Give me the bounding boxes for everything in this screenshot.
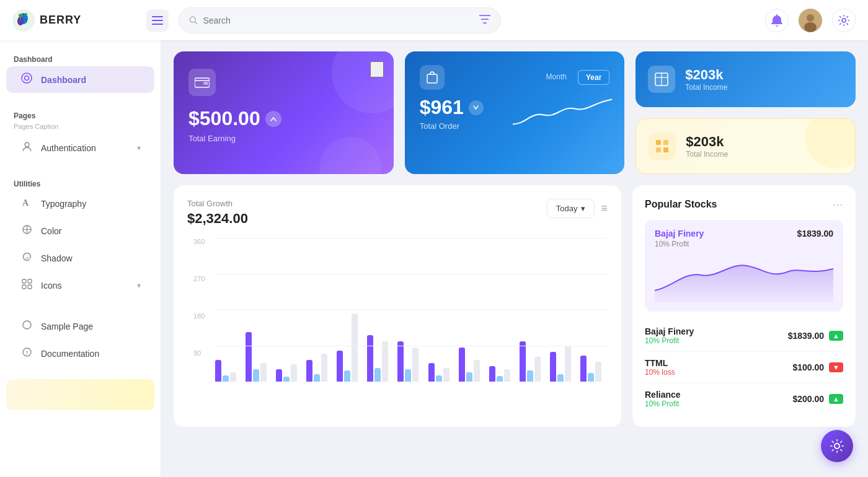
main-content: ⋯ $500.00 Total Earning <box>161 40 868 477</box>
bar-blue <box>344 370 350 382</box>
stock-name-ttml: TTML <box>645 358 793 368</box>
stock-profit-bajaj: 10% Profit <box>645 336 788 345</box>
stock-info-reliance: Reliance 10% Profit <box>645 390 793 408</box>
bar-blue <box>588 373 594 382</box>
stock-price-ttml: $100.00 <box>793 362 825 372</box>
bar-purple <box>489 366 495 382</box>
income-yellow-text: $203k Total Income <box>686 134 728 159</box>
income-yellow-amount: $203k <box>686 134 728 150</box>
income-blue-label: Total Income <box>685 83 727 92</box>
bar-group-10 <box>489 366 516 382</box>
income-yellow-label: Total Income <box>686 150 728 159</box>
icons-chevron: ▾ <box>137 281 141 290</box>
stock-info-bajaj: Bajaj Finery 10% Profit <box>645 326 788 345</box>
bar-blue <box>374 368 381 382</box>
chart-title-group: Total Growth $2,324.00 <box>187 199 248 227</box>
featured-stock-chart <box>655 253 833 303</box>
card-order-header: Month Year <box>420 65 610 90</box>
bar-group-7 <box>397 341 425 382</box>
svg-point-44 <box>835 444 839 449</box>
bar-purple <box>459 348 465 382</box>
y-label-180: 180 <box>193 312 209 320</box>
svg-point-30 <box>23 321 31 329</box>
stocks-menu-button[interactable]: ⋯ <box>832 198 843 211</box>
dashboard-section-label: Dashboard <box>0 51 161 65</box>
card-total-order: Month Year $961 Total Order <box>405 51 625 174</box>
sidebar-item-sample-label: Sample Page <box>41 322 93 331</box>
search-filter-button[interactable] <box>479 15 490 26</box>
stock-badge-ttml: ▼ <box>829 362 843 372</box>
bar-light <box>595 362 601 382</box>
hamburger-icon <box>152 16 163 25</box>
header-settings-button[interactable] <box>832 9 856 32</box>
bar-purple <box>215 360 221 382</box>
search-input[interactable] <box>203 15 474 25</box>
chart-header: Total Growth $2,324.00 Today ▾ ≡ <box>187 199 608 227</box>
cards-right-column: $203k Total Income $203k <box>636 51 856 174</box>
stock-name-reliance: Reliance <box>645 390 793 400</box>
stocks-title: Popular Stocks <box>645 199 717 210</box>
search-bar <box>179 7 501 33</box>
fab-button[interactable] <box>821 430 853 462</box>
bell-icon <box>771 14 782 27</box>
earning-trend-badge <box>265 111 281 127</box>
featured-stock: Bajaj Finery 10% Profit $1839.00 <box>645 220 843 312</box>
y-label-360: 360 <box>193 238 209 245</box>
bar-blue <box>223 375 229 382</box>
sidebar: Dashboard Dashboard Pages Pages Caption … <box>0 40 161 477</box>
stock-item-reliance: Reliance 10% Profit $200.00 ▲ <box>645 383 843 414</box>
chart-controls: Today ▾ ≡ <box>547 199 608 218</box>
svg-text:A: A <box>22 198 29 208</box>
sidebar-item-typography-label: Typography <box>41 199 86 209</box>
auth-icon <box>20 141 33 155</box>
bar-purple <box>337 351 343 382</box>
bar-light <box>474 360 480 382</box>
bar-blue <box>527 370 533 382</box>
tab-year[interactable]: Year <box>578 70 609 85</box>
svg-point-16 <box>807 14 814 22</box>
order-trend-badge <box>469 100 484 115</box>
sidebar-item-color-label: Color <box>41 226 61 236</box>
tab-month[interactable]: Month <box>539 70 574 85</box>
sidebar-item-documentation-label: Documentation <box>41 349 99 359</box>
svg-point-14 <box>776 25 778 26</box>
sidebar-item-dashboard[interactable]: Dashboard <box>6 66 154 93</box>
order-tabs: Month Year <box>539 70 610 85</box>
notification-button[interactable] <box>765 9 789 32</box>
bar-chart-wrapper: 360 270 180 90 <box>187 238 608 387</box>
pages-section-label: Pages <box>0 108 161 121</box>
bar-blue <box>283 377 290 382</box>
sidebar-item-typography[interactable]: A Typography <box>6 191 154 217</box>
bar-purple <box>306 360 312 382</box>
svg-rect-26 <box>22 279 26 283</box>
bar-purple <box>367 335 373 382</box>
card-earning-menu[interactable]: ⋯ <box>370 61 384 77</box>
color-icon <box>20 224 33 238</box>
icons-sidebar-icon <box>20 279 33 292</box>
sidebar-item-icons[interactable]: Icons ▾ <box>6 273 154 299</box>
sidebar-item-shadow[interactable]: Shadow <box>6 245 154 271</box>
svg-rect-42 <box>656 147 661 152</box>
svg-rect-28 <box>22 285 26 289</box>
hamburger-button[interactable] <box>146 9 169 32</box>
chart-today-button[interactable]: Today ▾ <box>547 199 595 218</box>
y-label-90: 90 <box>193 349 209 357</box>
chart-menu-icon[interactable]: ≡ <box>601 202 608 215</box>
avatar[interactable] <box>799 9 822 32</box>
bar-group-1 <box>215 360 242 382</box>
stock-name-bajaj: Bajaj Finery <box>645 326 788 336</box>
sidebar-item-authentication[interactable]: Authentication ▾ <box>6 135 154 161</box>
featured-stock-name: Bajaj Finery <box>655 229 704 239</box>
sidebar-item-sample-page[interactable]: Sample Page <box>6 313 154 339</box>
featured-stock-profit: 10% Profit <box>655 240 704 248</box>
bar-blue <box>557 374 564 382</box>
sidebar-item-color[interactable]: Color <box>6 218 154 244</box>
sidebar-item-documentation[interactable]: ? Documentation <box>6 341 154 367</box>
chart-amount: $2,324.00 <box>187 211 248 227</box>
card-income-blue: $203k Total Income <box>636 51 856 107</box>
svg-point-21 <box>25 142 29 147</box>
svg-rect-29 <box>28 285 32 289</box>
bar-purple <box>276 369 282 382</box>
top-cards-row: ⋯ $500.00 Total Earning <box>174 51 856 174</box>
logo-area: BERRY <box>12 9 136 32</box>
